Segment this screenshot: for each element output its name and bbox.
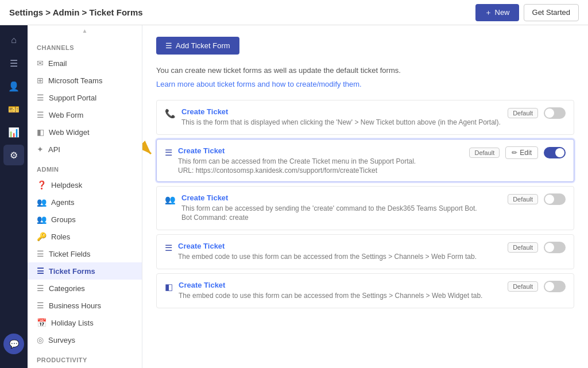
channels-section-title: Channels [28, 36, 142, 55]
form-actions-3: Default [508, 193, 566, 205]
widget-icon: ◧ [37, 127, 44, 137]
form-body-4: Create Ticket The embed code to use this… [178, 242, 501, 262]
helpdesk-icon: ❓ [37, 180, 47, 189]
form-desc-4: The embed code to use this form can be a… [178, 252, 501, 262]
sidebar-item-ticket-fields[interactable]: ☰ Ticket Fields [28, 245, 142, 262]
nav-reports[interactable]: 📊 [3, 122, 24, 142]
ticket-form-row-4: ☰ Create Ticket The embed code to use th… [156, 234, 574, 269]
info-link[interactable]: Learn more about ticket forms and how to… [156, 79, 574, 90]
holiday-icon: 📅 [37, 318, 47, 327]
teams-icon: ⊞ [37, 76, 44, 85]
arrow-annotation [142, 142, 157, 171]
default-badge-4: Default [508, 242, 538, 253]
ticket-forms-list: 📞 Create Ticket This is the form that is… [156, 100, 574, 312]
form-body: Create Ticket This is the form that is d… [181, 107, 501, 127]
form-actions: Default [508, 107, 566, 119]
sidebar-item-helpdesk[interactable]: ❓ Helpdesk [28, 176, 142, 193]
form-title-3: Create Ticket [181, 193, 501, 202]
ticket-form-row: 📞 Create Ticket This is the form that is… [156, 100, 574, 135]
form-title-2: Create Ticket [178, 146, 462, 155]
ticket-form-row-5: ◧ Create Ticket The embed code to use th… [156, 273, 574, 308]
edit-button[interactable]: ✏ Edit [505, 146, 538, 159]
top-header: Settings > Admin > Ticket Forms ＋ New Ge… [0, 0, 588, 25]
form-icon-phone: 📞 [165, 109, 176, 119]
ticket-forms-icon: ☰ [37, 266, 44, 276]
form-desc-5: The embed code to use this form can be a… [179, 291, 501, 301]
form-actions-4: Default [508, 242, 566, 253]
plus-icon: ＋ [485, 7, 492, 18]
email-icon: ✉ [37, 59, 44, 68]
admin-section-title: Admin [28, 158, 142, 176]
form-body-3: Create Ticket This form can be accessed … [181, 193, 501, 223]
sidebar-item-business-hours[interactable]: ☰ Business Hours [28, 297, 142, 314]
form-toggle-3[interactable] [544, 193, 566, 205]
groups-icon: 👥 [37, 215, 47, 224]
surveys-icon: ◎ [37, 335, 44, 344]
sidebar-item-roles[interactable]: 🔑 Roles [28, 228, 142, 245]
form-toggle-2[interactable] [544, 147, 566, 158]
form-toggle-5[interactable] [544, 281, 566, 292]
ticket-form-row-3: 👥 Create Ticket This form can be accesse… [156, 186, 574, 231]
nav-tickets[interactable]: 🎫 [3, 99, 24, 119]
header-actions: ＋ New Get Started [475, 4, 579, 21]
nav-contacts[interactable]: 👤 [3, 76, 24, 96]
sidebar-item-ticket-forms[interactable]: ☰ Ticket Forms [28, 262, 142, 280]
form-toggle[interactable] [544, 107, 566, 119]
form-desc: This is the form that is displayed when … [181, 118, 501, 127]
categories-icon: ☰ [37, 284, 44, 293]
scroll-indicator-top: ▲ [28, 25, 142, 36]
nav-settings[interactable]: ⚙ [3, 145, 24, 165]
roles-icon: 🔑 [37, 232, 47, 241]
form-toggle-4[interactable] [544, 242, 566, 253]
sidebar-item-surveys[interactable]: ◎ Surveys [28, 331, 142, 348]
form-title: Create Ticket [181, 107, 501, 116]
sidebar-item-web-form[interactable]: ☰ Web Form [28, 106, 142, 123]
ticket-form-row-highlighted: ☰ Create Ticket This form can be accesse… [156, 139, 574, 182]
new-button[interactable]: ＋ New [475, 4, 519, 21]
ticket-fields-icon: ☰ [37, 249, 44, 258]
form-title-5: Create Ticket [179, 281, 501, 289]
sidebar-item-groups[interactable]: 👥 Groups [28, 211, 142, 228]
sidebar: ▲ Channels ✉ Email ⊞ Microsoft Teams ☰ S… [28, 25, 142, 368]
nav-list[interactable]: ☰ [3, 53, 24, 73]
sidebar-item-msteams[interactable]: ⊞ Microsoft Teams [28, 72, 142, 89]
add-icon: ☰ [165, 41, 172, 50]
form-bot-cmd: Bot Command: create [181, 213, 501, 223]
form-icon-teams: 👥 [165, 195, 176, 205]
form-body-2: Create Ticket This form can be accessed … [178, 146, 462, 175]
sidebar-item-web-widget[interactable]: ◧ Web Widget [28, 123, 142, 141]
breadcrumb: Settings > Admin > Ticket Forms [9, 7, 143, 17]
form-desc-2: This form can be accessed from the Creat… [178, 157, 462, 166]
productivity-section-title: Productivity [28, 348, 142, 367]
nav-home[interactable]: ⌂ [3, 30, 24, 51]
form-desc-3: This form can be accessed by sending the… [181, 204, 501, 214]
sidebar-item-email[interactable]: ✉ Email [28, 55, 142, 72]
webform-icon: ☰ [37, 110, 44, 119]
info-text: You can create new ticket forms as well … [156, 65, 574, 76]
edit-icon: ✏ [512, 149, 517, 157]
business-hours-icon: ☰ [37, 301, 44, 310]
form-icon-portal: ☰ [165, 148, 172, 158]
form-icon-widget: ◧ [165, 282, 173, 292]
sidebar-item-holiday-lists[interactable]: 📅 Holiday Lists [28, 314, 142, 331]
default-badge: Default [508, 108, 538, 118]
sidebar-item-api[interactable]: ✦ API [28, 141, 142, 158]
default-badge-5: Default [508, 281, 538, 292]
form-url: URL: https://contosomsp.kanidesk.com/sup… [178, 166, 462, 175]
default-badge-3: Default [508, 194, 538, 204]
icon-nav: ⌂ ☰ 👤 🎫 📊 ⚙ 💬 [0, 25, 28, 368]
main-layout: ⌂ ☰ 👤 🎫 📊 ⚙ 💬 ▲ Channels ✉ Email ⊞ Micro… [0, 25, 588, 368]
form-body-5: Create Ticket The embed code to use this… [179, 281, 501, 301]
sidebar-item-agents[interactable]: 👥 Agents [28, 193, 142, 211]
form-title-4: Create Ticket [178, 242, 501, 250]
learn-more-link[interactable]: Learn more about ticket forms and how to… [156, 80, 362, 88]
get-started-button[interactable]: Get Started [524, 4, 579, 21]
form-actions-2: Default ✏ Edit [469, 146, 566, 159]
nav-chat[interactable]: 💬 [3, 334, 24, 354]
sidebar-item-categories[interactable]: ☰ Categories [28, 280, 142, 297]
default-badge-2: Default [469, 148, 500, 158]
add-ticket-form-button[interactable]: ☰ Add Ticket Form [156, 37, 239, 55]
sidebar-item-support-portal[interactable]: ☰ Support Portal [28, 89, 142, 106]
api-icon: ✦ [37, 145, 44, 154]
form-actions-5: Default [508, 281, 566, 292]
